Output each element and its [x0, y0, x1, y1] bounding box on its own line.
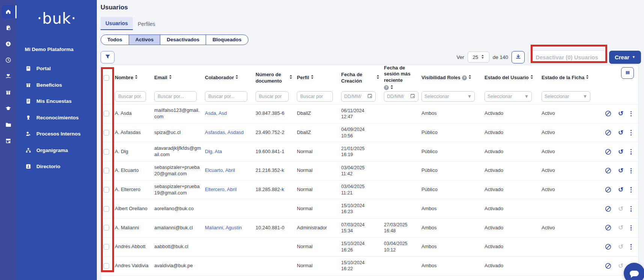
rail-item-home[interactable]	[2, 5, 15, 18]
rail-item-clipboard-clock[interactable]	[2, 21, 15, 35]
deactivate-user-icon[interactable]	[605, 186, 612, 193]
row-checkbox[interactable]	[104, 263, 109, 269]
deactivate-user-icon[interactable]	[605, 167, 612, 174]
tab-perfiles[interactable]: Perfiles	[133, 18, 160, 30]
collaborator-link[interactable]: Asfasdas, Asdasd	[205, 129, 244, 135]
collaborator-link[interactable]: Elcuarto, Abril	[205, 167, 235, 173]
row-checkbox[interactable]	[104, 149, 109, 155]
column-label: Nombre	[115, 75, 133, 81]
sidebar-item-directorio[interactable]: Directorio	[17, 158, 97, 175]
collaborator-link[interactable]: Malianni, Agustin	[205, 225, 242, 230]
column-header-email[interactable]: Email	[154, 75, 205, 81]
help-icon[interactable]: ?	[462, 75, 467, 80]
sort-icon[interactable]	[289, 75, 292, 81]
filter-pill-todos[interactable]: Todos	[101, 35, 129, 45]
select-filter-estado_ficha[interactable]: Seleccionar▼	[542, 91, 590, 102]
row-checkbox[interactable]	[104, 225, 109, 230]
collaborator-link[interactable]: Dlg, Ata	[205, 149, 222, 154]
rail-item-graduation-cap[interactable]	[2, 102, 15, 115]
create-button[interactable]: Crear ▼	[609, 51, 641, 64]
sidebar-item-procesos-internos[interactable]: Procesos Internos	[17, 126, 97, 142]
filter-input-perfil[interactable]	[297, 91, 333, 102]
sort-icon[interactable]	[311, 75, 314, 81]
filter-pill-desactivados[interactable]: Desactivados	[160, 35, 206, 45]
sidebar-item-mis-encuestas[interactable]: Mis Encuestas	[17, 93, 97, 110]
help-icon[interactable]: ?	[384, 85, 389, 90]
sidebar-item-reconocimientos[interactable]: Reconocimientos	[17, 110, 97, 126]
filter-input-documento[interactable]	[256, 91, 289, 102]
date-filter-creacion[interactable]: DD/MM/	[341, 91, 376, 102]
row-checkbox[interactable]	[104, 168, 109, 173]
rail-item-hand-heart[interactable]	[2, 69, 15, 83]
page-size-select[interactable]: 25	[468, 51, 489, 63]
filter-pill-activos[interactable]: Activos	[129, 35, 160, 45]
column-header-creacion[interactable]: Fecha de Creación	[341, 72, 384, 84]
column-header-documento[interactable]: Número de documento	[256, 72, 297, 84]
filter-input-colaborador[interactable]	[205, 91, 247, 102]
row-menu-icon[interactable]	[630, 110, 632, 117]
column-header-estado_usuario[interactable]: Estado del Usuario	[485, 75, 542, 81]
row-checkbox[interactable]	[104, 244, 109, 250]
sort-icon[interactable]	[235, 75, 238, 81]
column-header-nombre[interactable]: Nombre	[115, 75, 154, 81]
column-header-estado_ficha[interactable]: Estado de la Ficha	[542, 75, 600, 81]
row-menu-icon[interactable]	[630, 205, 632, 212]
deactivate-user-icon[interactable]	[605, 129, 612, 136]
sort-icon[interactable]	[586, 75, 589, 81]
row-menu-icon[interactable]	[630, 224, 632, 232]
deactivate-user-icon[interactable]	[605, 148, 612, 155]
deactivate-user-icon[interactable]	[605, 262, 612, 269]
chat-launcher-button[interactable]	[624, 263, 644, 280]
deactivate-user-icon[interactable]	[605, 205, 612, 212]
filter-input-nombre[interactable]	[115, 91, 146, 102]
deactivate-user-icon[interactable]	[605, 243, 612, 250]
row-checkbox[interactable]	[104, 206, 109, 212]
column-header-colaborador[interactable]: Colaborador	[205, 75, 256, 81]
select-all-checkbox[interactable]	[104, 75, 109, 81]
rail-item-folder[interactable]	[2, 118, 15, 131]
filter-pill-bloqueados[interactable]: Bloqueados	[206, 35, 248, 45]
select-filter-estado_usuario[interactable]: Seleccionar▼	[485, 91, 532, 102]
deactivate-users-button[interactable]: Desactivar (0) Usuarios	[528, 50, 606, 64]
row-menu-icon[interactable]	[630, 167, 632, 175]
sort-icon[interactable]	[530, 75, 533, 81]
reset-password-icon[interactable]: ↺	[618, 187, 623, 193]
date-filter-sesion[interactable]: DD/MM/	[384, 91, 418, 102]
reset-password-icon[interactable]: ↺	[618, 167, 623, 174]
filter-button[interactable]	[101, 51, 114, 63]
reset-password-icon[interactable]: ↺	[618, 110, 623, 117]
sidebar-item-organigrama[interactable]: Organigrama	[17, 142, 97, 159]
reset-password-icon[interactable]: ↺	[618, 129, 623, 136]
sort-icon[interactable]	[376, 75, 379, 81]
column-header-sesion[interactable]: Fecha de sesión más reciente?	[384, 65, 421, 91]
rail-item-gift[interactable]	[2, 86, 15, 99]
row-menu-icon[interactable]	[630, 186, 632, 193]
row-checkbox[interactable]	[104, 111, 109, 116]
reset-password-icon[interactable]: ↺	[618, 149, 623, 155]
filter-input-email[interactable]	[154, 91, 197, 102]
rail-item-storefront[interactable]	[2, 134, 15, 148]
collaborator-link[interactable]: Eltercero, Abril	[205, 187, 237, 192]
download-button[interactable]	[512, 51, 525, 63]
sort-icon[interactable]	[169, 75, 172, 81]
deactivate-user-icon[interactable]	[605, 224, 612, 231]
rail-item-money[interactable]: $	[2, 37, 15, 51]
select-filter-visibilidad[interactable]: Seleccionar▼	[421, 91, 475, 102]
columns-config-button[interactable]	[621, 67, 634, 79]
row-menu-icon[interactable]	[630, 148, 632, 155]
row-menu-icon[interactable]	[630, 129, 632, 136]
column-header-visibilidad[interactable]: Visibilidad Roles?	[421, 75, 485, 81]
sort-icon[interactable]	[135, 75, 138, 81]
sort-icon[interactable]	[390, 85, 393, 91]
sidebar-item-beneficios[interactable]: Beneficios	[17, 77, 97, 93]
row-checkbox[interactable]	[104, 130, 109, 135]
sort-icon[interactable]	[468, 75, 471, 81]
tab-usuarios[interactable]: Usuarios	[101, 17, 133, 30]
rail-item-clock[interactable]	[2, 53, 15, 67]
collaborator-link[interactable]: Asda, Asd	[205, 110, 227, 116]
deactivate-user-icon[interactable]	[605, 110, 612, 117]
row-menu-icon[interactable]	[630, 243, 632, 250]
row-checkbox[interactable]	[104, 187, 109, 193]
sidebar-item-portal[interactable]: Portal	[17, 60, 97, 77]
column-header-perfil[interactable]: Perfil	[297, 75, 341, 81]
